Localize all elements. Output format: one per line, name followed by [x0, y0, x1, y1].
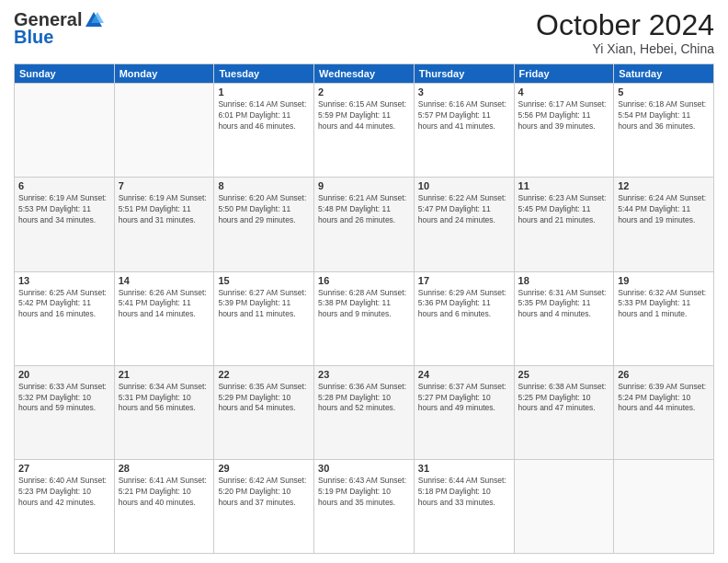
col-monday: Monday — [114, 64, 214, 84]
table-row: 25Sunrise: 6:38 AM Sunset: 5:25 PM Dayli… — [514, 365, 614, 459]
day-number: 9 — [318, 180, 410, 191]
table-row: 3Sunrise: 6:16 AM Sunset: 5:57 PM Daylig… — [414, 84, 514, 178]
col-wednesday: Wednesday — [314, 64, 415, 84]
table-row: 11Sunrise: 6:23 AM Sunset: 5:45 PM Dayli… — [514, 178, 614, 271]
logo-icon — [84, 10, 104, 30]
table-row — [614, 459, 714, 553]
table-row: 28Sunrise: 6:41 AM Sunset: 5:21 PM Dayli… — [114, 459, 214, 553]
day-number: 2 — [318, 86, 410, 98]
table-row: 12Sunrise: 6:24 AM Sunset: 5:44 PM Dayli… — [614, 178, 714, 271]
table-row — [114, 84, 214, 178]
table-row: 14Sunrise: 6:26 AM Sunset: 5:41 PM Dayli… — [114, 271, 214, 365]
table-row — [514, 459, 614, 553]
day-number: 8 — [218, 180, 310, 191]
day-info: Sunrise: 6:22 AM Sunset: 5:47 PM Dayligh… — [418, 193, 510, 226]
table-row: 6Sunrise: 6:19 AM Sunset: 5:53 PM Daylig… — [15, 178, 115, 271]
day-number: 6 — [18, 180, 110, 191]
day-info: Sunrise: 6:25 AM Sunset: 5:42 PM Dayligh… — [18, 288, 110, 321]
day-number: 17 — [418, 275, 510, 286]
day-info: Sunrise: 6:41 AM Sunset: 5:21 PM Dayligh… — [119, 476, 210, 509]
day-info: Sunrise: 6:37 AM Sunset: 5:27 PM Dayligh… — [418, 382, 510, 415]
day-number: 3 — [418, 86, 510, 98]
day-number: 10 — [418, 180, 510, 191]
col-sunday: Sunday — [15, 64, 115, 84]
table-row: 10Sunrise: 6:22 AM Sunset: 5:47 PM Dayli… — [414, 178, 514, 271]
table-row: 22Sunrise: 6:35 AM Sunset: 5:29 PM Dayli… — [214, 365, 314, 459]
table-row — [15, 84, 115, 178]
table-row: 8Sunrise: 6:20 AM Sunset: 5:50 PM Daylig… — [214, 178, 314, 271]
table-row: 27Sunrise: 6:40 AM Sunset: 5:23 PM Dayli… — [15, 459, 115, 553]
calendar-week-row: 13Sunrise: 6:25 AM Sunset: 5:42 PM Dayli… — [15, 271, 714, 365]
day-info: Sunrise: 6:39 AM Sunset: 5:24 PM Dayligh… — [618, 382, 710, 415]
day-info: Sunrise: 6:17 AM Sunset: 5:56 PM Dayligh… — [518, 99, 610, 132]
day-number: 4 — [518, 86, 610, 98]
day-number: 11 — [518, 180, 610, 191]
location-subtitle: Yi Xian, Hebei, China — [536, 41, 714, 56]
logo-blue: Blue — [14, 27, 53, 48]
logo: General Blue — [14, 9, 104, 48]
day-number: 20 — [18, 369, 110, 380]
day-number: 13 — [18, 275, 110, 286]
col-tuesday: Tuesday — [214, 64, 314, 84]
col-thursday: Thursday — [414, 64, 514, 84]
calendar-table: Sunday Monday Tuesday Wednesday Thursday… — [14, 63, 714, 554]
day-info: Sunrise: 6:38 AM Sunset: 5:25 PM Dayligh… — [518, 382, 610, 415]
day-number: 27 — [18, 463, 110, 474]
day-number: 16 — [318, 275, 410, 286]
day-info: Sunrise: 6:27 AM Sunset: 5:39 PM Dayligh… — [218, 288, 310, 321]
day-number: 28 — [119, 463, 210, 474]
calendar-week-row: 20Sunrise: 6:33 AM Sunset: 5:32 PM Dayli… — [15, 365, 714, 459]
table-row: 2Sunrise: 6:15 AM Sunset: 5:59 PM Daylig… — [314, 84, 415, 178]
table-row: 9Sunrise: 6:21 AM Sunset: 5:48 PM Daylig… — [314, 178, 415, 271]
day-number: 21 — [119, 369, 210, 380]
day-number: 30 — [318, 463, 410, 474]
table-row: 26Sunrise: 6:39 AM Sunset: 5:24 PM Dayli… — [614, 365, 714, 459]
table-row: 23Sunrise: 6:36 AM Sunset: 5:28 PM Dayli… — [314, 365, 415, 459]
day-number: 15 — [218, 275, 310, 286]
day-info: Sunrise: 6:43 AM Sunset: 5:19 PM Dayligh… — [318, 476, 410, 509]
table-row: 4Sunrise: 6:17 AM Sunset: 5:56 PM Daylig… — [514, 84, 614, 178]
day-number: 31 — [418, 463, 510, 474]
day-number: 1 — [218, 86, 310, 98]
day-number: 25 — [518, 369, 610, 380]
day-info: Sunrise: 6:14 AM Sunset: 6:01 PM Dayligh… — [218, 99, 310, 132]
table-row: 17Sunrise: 6:29 AM Sunset: 5:36 PM Dayli… — [414, 271, 514, 365]
title-block: October 2024 Yi Xian, Hebei, China — [536, 9, 714, 56]
table-row: 30Sunrise: 6:43 AM Sunset: 5:19 PM Dayli… — [314, 459, 415, 553]
day-number: 26 — [618, 369, 710, 380]
table-row: 15Sunrise: 6:27 AM Sunset: 5:39 PM Dayli… — [214, 271, 314, 365]
day-info: Sunrise: 6:36 AM Sunset: 5:28 PM Dayligh… — [318, 382, 410, 415]
day-number: 24 — [418, 369, 510, 380]
calendar-week-row: 1Sunrise: 6:14 AM Sunset: 6:01 PM Daylig… — [15, 84, 714, 178]
day-info: Sunrise: 6:26 AM Sunset: 5:41 PM Dayligh… — [119, 288, 210, 321]
day-info: Sunrise: 6:31 AM Sunset: 5:35 PM Dayligh… — [518, 288, 610, 321]
day-info: Sunrise: 6:18 AM Sunset: 5:54 PM Dayligh… — [618, 99, 710, 132]
day-info: Sunrise: 6:20 AM Sunset: 5:50 PM Dayligh… — [218, 193, 310, 226]
day-info: Sunrise: 6:19 AM Sunset: 5:51 PM Dayligh… — [119, 193, 210, 226]
table-row: 24Sunrise: 6:37 AM Sunset: 5:27 PM Dayli… — [414, 365, 514, 459]
day-info: Sunrise: 6:15 AM Sunset: 5:59 PM Dayligh… — [318, 99, 410, 132]
day-info: Sunrise: 6:16 AM Sunset: 5:57 PM Dayligh… — [418, 99, 510, 132]
calendar-header-row: Sunday Monday Tuesday Wednesday Thursday… — [15, 64, 714, 84]
day-info: Sunrise: 6:34 AM Sunset: 5:31 PM Dayligh… — [119, 382, 210, 415]
table-row: 16Sunrise: 6:28 AM Sunset: 5:38 PM Dayli… — [314, 271, 415, 365]
day-info: Sunrise: 6:29 AM Sunset: 5:36 PM Dayligh… — [418, 288, 510, 321]
calendar-week-row: 27Sunrise: 6:40 AM Sunset: 5:23 PM Dayli… — [15, 459, 714, 553]
day-info: Sunrise: 6:21 AM Sunset: 5:48 PM Dayligh… — [318, 193, 410, 226]
table-row: 21Sunrise: 6:34 AM Sunset: 5:31 PM Dayli… — [114, 365, 214, 459]
day-info: Sunrise: 6:35 AM Sunset: 5:29 PM Dayligh… — [218, 382, 310, 415]
day-number: 29 — [218, 463, 310, 474]
table-row: 7Sunrise: 6:19 AM Sunset: 5:51 PM Daylig… — [114, 178, 214, 271]
day-info: Sunrise: 6:19 AM Sunset: 5:53 PM Dayligh… — [18, 193, 110, 226]
table-row: 31Sunrise: 6:44 AM Sunset: 5:18 PM Dayli… — [414, 459, 514, 553]
month-title: October 2024 — [536, 9, 714, 41]
table-row: 18Sunrise: 6:31 AM Sunset: 5:35 PM Dayli… — [514, 271, 614, 365]
day-number: 12 — [618, 180, 710, 191]
day-info: Sunrise: 6:28 AM Sunset: 5:38 PM Dayligh… — [318, 288, 410, 321]
day-number: 7 — [119, 180, 210, 191]
table-row: 20Sunrise: 6:33 AM Sunset: 5:32 PM Dayli… — [15, 365, 115, 459]
table-row: 29Sunrise: 6:42 AM Sunset: 5:20 PM Dayli… — [214, 459, 314, 553]
day-number: 14 — [119, 275, 210, 286]
table-row: 5Sunrise: 6:18 AM Sunset: 5:54 PM Daylig… — [614, 84, 714, 178]
table-row: 13Sunrise: 6:25 AM Sunset: 5:42 PM Dayli… — [15, 271, 115, 365]
